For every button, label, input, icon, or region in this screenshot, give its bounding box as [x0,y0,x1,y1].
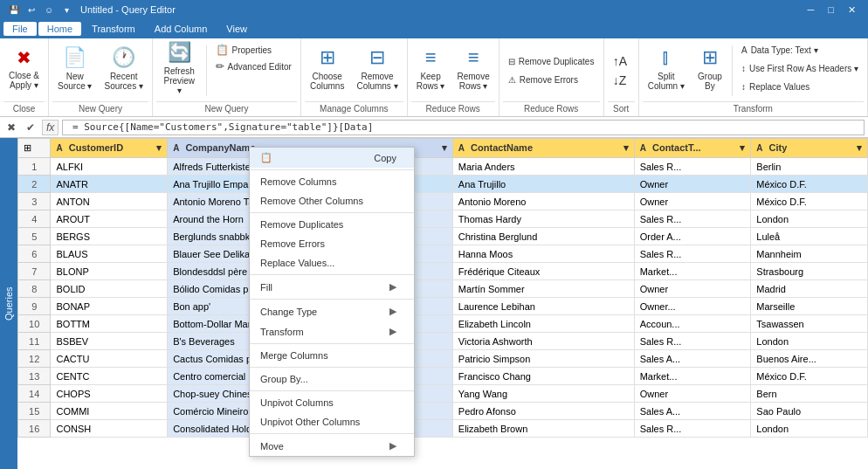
recent-sources-button[interactable]: 🕐 RecentSources ▾ [99,42,148,94]
keep-rows-button[interactable]: ≡ KeepRows ▾ [411,42,451,94]
cell: Luleå [751,228,868,245]
cell: BONAP [51,298,168,315]
remove-errors-icon: ⚠ [508,75,516,85]
menu-home[interactable]: Home [38,22,81,36]
table-row[interactable]: 5BERGSBerglunds snabbköpChristina Berglu… [18,228,868,245]
context-menu-item-transform[interactable]: Transform▶ [250,321,414,341]
col-header-contactname[interactable]: A ContactName ▾ [452,139,634,158]
remove-rows-button[interactable]: ≡ RemoveRows ▾ [451,42,494,94]
menu-view[interactable]: View [217,22,256,36]
ribbon-group-sort: ↑A ↓Z Sort [604,38,639,116]
context-menu-item-remove-other-columns[interactable]: Remove Other Columns [250,191,414,210]
col-header-customerid[interactable]: A CustomerID ▾ [51,139,168,158]
table-row[interactable]: 6BLAUSBlauer See DelikatessenHanna MoosS… [18,245,868,263]
table-row[interactable]: 2ANATRAna Trujillo Emparedados y helados… [18,176,868,193]
menu-file[interactable]: File [3,22,37,36]
refresh-preview-button[interactable]: 🔄 RefreshPreview ▾ [156,42,203,94]
cell: Buenos Aire... [751,350,868,368]
context-menu-item-merge-columns[interactable]: Merge Columns [250,346,414,365]
table-row[interactable]: 15COMMIComércio MineiroPedro AfonsoSales… [18,403,868,420]
emoji-icon[interactable]: ☺ [42,3,56,17]
close-apply-label: Close &Apply ▾ [9,71,39,90]
table-row[interactable]: 14CHOPSChop-suey ChineseYang WangOwnerBe… [18,385,868,403]
split-column-button[interactable]: ⫿ SplitColumn ▾ [643,42,690,94]
col-filter-icon-contactname[interactable]: ▾ [623,142,629,154]
remove-duplicates-button[interactable]: ⊟ Remove Duplicates [503,54,600,70]
cell: Frédérique Citeaux [452,263,634,280]
minimize-button[interactable]: ─ [803,4,820,16]
context-menu-item-change-type[interactable]: Change Type▶ [250,301,414,321]
use-first-row-icon: ↕ [741,64,746,73]
dropdown-icon[interactable]: ▾ [59,3,73,17]
table-row[interactable]: 9BONAPBon app'Laurence LebihanOwner...Ma… [18,298,868,315]
title-bar: 💾 ↩ ☺ ▾ Untitled - Query Editor ─ □ ✕ [0,0,868,19]
row-number: 9 [18,298,51,315]
new-source-button[interactable]: 📄 NewSource ▾ [52,42,97,94]
col-label-contacttitle: ContactT... [652,142,701,153]
context-menu-item-move[interactable]: Move▶ [250,436,414,456]
formula-confirm[interactable]: ✔ [23,120,38,135]
sidebar[interactable]: Queries [0,138,17,469]
context-menu: 📋CopyRemove ColumnsRemove Other ColumnsR… [249,147,415,457]
context-menu-item-copy[interactable]: 📋Copy [250,148,414,168]
properties-button[interactable]: 📋 Properties [210,42,297,58]
window-title: Untitled - Query Editor [80,4,176,15]
table-row[interactable]: 10BOTTMBottom-Dollar MarketsElizabeth Li… [18,315,868,333]
col-filter-icon-contacttitle[interactable]: ▾ [740,142,745,154]
cell: Owner [634,280,751,298]
table-row[interactable]: 13CENTCCentro comercial MoctezumaFrancis… [18,368,868,385]
remove-rows-icon: ≡ [468,46,479,69]
context-menu-item-remove-columns[interactable]: Remove Columns [250,172,414,191]
table-row[interactable]: 8BOLIDBólido Comidas preparadasMartín So… [18,280,868,298]
cell: Maria Anders [452,158,634,176]
context-menu-item-unpivot-columns[interactable]: Unpivot Columns [250,393,414,412]
undo-icon[interactable]: ↩ [24,3,38,17]
data-type-icon: A [741,45,747,55]
maximize-button[interactable]: □ [823,4,839,16]
col-header-contacttitle[interactable]: A ContactT... ▾ [634,139,751,158]
remove-columns-button[interactable]: ⊟ RemoveColumns ▾ [351,42,403,94]
col-filter-icon-customerid[interactable]: ▾ [156,142,162,154]
formula-input[interactable] [62,120,865,135]
formula-cancel[interactable]: ✖ [3,120,19,135]
context-menu-item-remove-errors[interactable]: Remove Errors [250,234,414,253]
table-row[interactable]: 4AROUTAround the HornThomas HardySales R… [18,210,868,228]
table-row[interactable]: 7BLONPBlondesddsl père et filsFrédérique… [18,263,868,280]
col-type-icon-city: A [756,143,762,153]
save-icon[interactable]: 💾 [7,3,21,17]
replace-values-button[interactable]: ↕ Replace Values [736,79,864,94]
table-row[interactable]: 1ALFKIAlfreds FutterkisteMaria AndersSal… [18,158,868,176]
context-menu-item-replace-values[interactable]: Replace Values... [250,253,414,272]
remove-errors-button[interactable]: ⚠ Remove Errors [503,72,583,88]
close-button[interactable]: ✕ [843,4,861,16]
table-row[interactable]: 3ANTONAntonio Moreno TaqueríaAntonio Mor… [18,193,868,210]
use-first-row-button[interactable]: ↕ Use First Row As Headers ▾ [736,60,864,76]
choose-columns-button[interactable]: ⊞ ChooseColumns [305,42,349,94]
change-type-label: Change Type [260,307,317,317]
main-layout: Queries ⊞ A CustomerID ▾ [0,138,868,469]
group-by-button[interactable]: ⊞ GroupBy [692,42,728,94]
close-apply-button[interactable]: ✖ Close &Apply ▾ [3,42,45,94]
col-filter-icon-city[interactable]: ▾ [857,142,862,154]
col-header-city[interactable]: A City ▾ [751,139,868,158]
cell: México D.F. [751,193,868,210]
context-menu-item-group-by[interactable]: Group By... [250,369,414,389]
table-row[interactable]: 16CONSHConsolidated HoldingsElizabeth Br… [18,420,868,438]
cell: Tsawassen [751,315,868,333]
table-scroll[interactable]: ⊞ A CustomerID ▾ A CompanyName ▾ [17,138,868,469]
table-row[interactable]: 11BSBEVB's BeveragesVictoria AshworthSal… [18,333,868,350]
menu-add-column[interactable]: Add Column [146,22,217,36]
cell: Sales R... [634,158,751,176]
sort-asc-button[interactable]: ↑A [608,53,632,69]
table-row[interactable]: 12CACTUCactus Comidas para llevarPatrici… [18,350,868,368]
advanced-editor-button[interactable]: ✏ Advanced Editor [210,59,297,74]
context-menu-item-unpivot-other-columns[interactable]: Unpivot Other Columns [250,412,414,431]
properties-icon: 📋 [216,44,229,56]
sort-desc-button[interactable]: ↓Z [608,72,632,88]
col-filter-icon-companyname[interactable]: ▾ [442,142,447,154]
context-menu-item-remove-duplicates[interactable]: Remove Duplicates [250,215,414,234]
data-type-button[interactable]: A Data Type: Text ▾ [736,42,864,58]
menu-transform[interactable]: Transform [83,22,144,36]
recent-sources-icon: 🕐 [112,46,135,69]
context-menu-item-fill[interactable]: Fill▶ [250,277,414,297]
